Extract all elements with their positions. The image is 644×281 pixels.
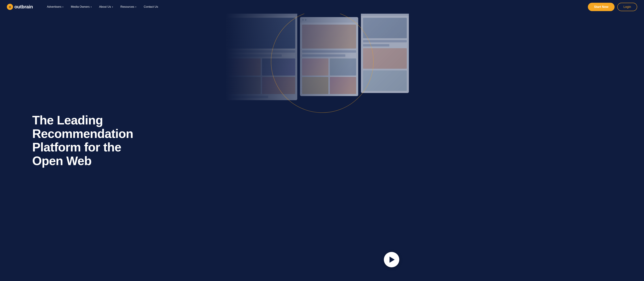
screen-content (226, 16, 297, 100)
mock-screen-3 (361, 10, 409, 93)
navbar: ◎ outbrain Advertisers ▾ Media Owners ▾ … (0, 0, 644, 14)
hero-heading: The Leading Recommendation Platform for … (32, 113, 152, 168)
screen-banner (228, 18, 295, 48)
screen-content (300, 22, 358, 96)
grid-image (228, 77, 261, 94)
hero-content: The Leading Recommendation Platform for … (32, 113, 152, 168)
nav-links: Advertisers ▾ Media Owners ▾ About Us ▾ … (43, 3, 588, 10)
mock-screen-2 (300, 17, 358, 96)
grid-image (363, 48, 407, 69)
screen-text (228, 54, 282, 57)
logo[interactable]: ◎ outbrain (7, 4, 33, 10)
nav-item-resources[interactable]: Resources ▾ (117, 3, 140, 10)
grid-image (363, 70, 407, 91)
logo-text: outbrain (14, 4, 33, 9)
screen-text (363, 40, 407, 42)
screen-dot (302, 19, 304, 21)
screen-banner (302, 25, 356, 48)
nav-item-media-owners[interactable]: Media Owners ▾ (67, 3, 95, 10)
play-icon (390, 257, 395, 263)
chevron-down-icon: ▾ (91, 6, 92, 8)
screen-text (228, 50, 295, 53)
grid-image (330, 77, 356, 94)
screen-image-grid (228, 58, 295, 94)
grid-image (302, 58, 328, 75)
grid-image (228, 58, 261, 75)
screen-banner (363, 18, 407, 38)
screen-header (300, 17, 358, 22)
nav-item-advertisers[interactable]: Advertisers ▾ (43, 3, 67, 10)
screen-text (302, 54, 345, 57)
nav-actions: Start Now Login (588, 3, 637, 11)
background-screens (226, 0, 644, 281)
logo-icon: ◎ (7, 4, 13, 10)
screen-image-grid (302, 58, 356, 94)
hero-section: The Leading Recommendation Platform for … (0, 0, 644, 281)
screen-text (363, 44, 389, 46)
screen-text (228, 96, 268, 98)
screen-text (302, 50, 356, 53)
chevron-down-icon: ▾ (62, 6, 63, 8)
chevron-down-icon: ▾ (112, 6, 113, 8)
start-now-button[interactable]: Start Now (588, 3, 614, 11)
grid-image (262, 77, 295, 94)
grid-image (262, 58, 295, 75)
nav-item-about-us[interactable]: About Us ▾ (95, 3, 117, 10)
play-button[interactable] (384, 252, 399, 267)
screen-dot (305, 19, 306, 21)
login-button[interactable]: Login (617, 3, 637, 11)
nav-item-contact-us[interactable]: Contact Us (140, 3, 162, 10)
mock-screen-1 (226, 10, 297, 100)
grid-image (330, 58, 356, 75)
screen-content (361, 16, 409, 93)
chevron-down-icon: ▾ (135, 6, 136, 8)
grid-image (302, 77, 328, 94)
